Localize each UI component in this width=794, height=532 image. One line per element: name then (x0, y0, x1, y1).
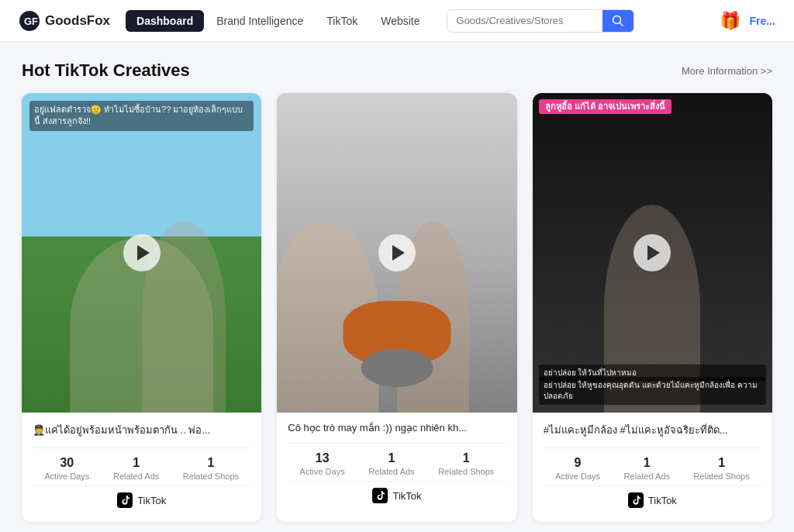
card-thumb-3: ลูกหูอื้อ แก้ได้ อาจเปนเพราะสิ่งนี้ อย่า… (533, 93, 772, 413)
play-button-2[interactable] (378, 234, 416, 271)
logo[interactable]: GF GoodsFox (19, 10, 110, 32)
play-button-3[interactable] (633, 234, 671, 271)
logo-icon: GF (19, 10, 40, 32)
card-body-1: 🧑‍✈️แค่ได้อยู่พร้อมหน้าพร้อมตากัน .. พ่อ… (22, 413, 261, 522)
thumb-pink-text-3: ลูกหูอื้อ แก้ได้ อาจเปนเพราะสิ่งนี้ (539, 99, 671, 114)
svg-line-3 (620, 22, 623, 26)
active-days-label-2: Active Days (300, 467, 345, 476)
related-ads-value-2: 1 (368, 451, 414, 465)
free-label[interactable]: Fre... (750, 15, 775, 27)
active-days-stat-1: 30 Active Days (44, 456, 89, 481)
thumb-bottom-text-3b: อย่าปล่อย ให้หูของคุณอุดตัน แตะด้วยไม้แค… (539, 377, 766, 405)
search-button[interactable] (602, 10, 633, 32)
play-button-1[interactable] (123, 234, 161, 271)
hot-tiktok-more-info[interactable]: More Information >> (682, 65, 772, 77)
related-shops-stat-1: 1 Related Shops (183, 456, 239, 481)
tiktok-card-2[interactable]: Cô học trò may mắn :)) ngạc nhiên kh... … (277, 93, 516, 522)
logo-text: GoodsFox (45, 13, 110, 29)
tiktok-icon-1 (117, 492, 133, 508)
tiktok-cards-grid: อยู่แฟลตตำรวจ🫡 ทำไมไม่ซื้อบ้าน?? มาอยู่ห… (22, 93, 772, 522)
card-title-1: 🧑‍✈️แค่ได้อยู่พร้อมหน้าพร้อมตากัน .. พ่อ… (33, 422, 250, 438)
tiktok-logo-2 (372, 488, 388, 503)
platform-name-1: TikTok (137, 495, 166, 506)
svg-rect-4 (117, 492, 133, 508)
related-ads-label-1: Related Ads (113, 472, 159, 481)
active-days-stat-3: 9 Active Days (555, 456, 600, 481)
search-input[interactable] (447, 10, 602, 31)
svg-text:GF: GF (24, 16, 38, 27)
related-shops-stat-3: 1 Related Shops (694, 456, 750, 481)
stats-row-2: 13 Active Days 1 Related Ads 1 Related S… (288, 443, 506, 481)
stats-row-1: 30 Active Days 1 Related Ads 1 Related S… (33, 447, 250, 485)
tiktok-card-3[interactable]: ลูกหูอื้อ แก้ได้ อาจเปนเพราะสิ่งนี้ อย่า… (533, 93, 772, 522)
related-ads-value-1: 1 (113, 456, 159, 470)
card-body-3: #ไม่แคะหูมีกล้อง #ไม่แคะหูอัจฉริยะที่ติด… (533, 413, 772, 522)
active-days-value-2: 13 (300, 451, 345, 465)
svg-rect-5 (372, 488, 388, 503)
tiktok-card-1[interactable]: อยู่แฟลตตำรวจ🫡 ทำไมไม่ซื้อบ้าน?? มาอยู่ห… (22, 93, 261, 522)
search-icon (612, 15, 624, 27)
related-ads-value-3: 1 (624, 456, 670, 470)
platform-row-2: TikTok (288, 481, 506, 511)
card-title-3: #ไม่แคะหูมีกล้อง #ไม่แคะหูอัจฉริยะที่ติด… (544, 422, 761, 438)
related-shops-value-2: 1 (438, 451, 494, 465)
svg-rect-6 (628, 492, 644, 508)
related-ads-label-3: Related Ads (624, 472, 670, 481)
platform-row-1: TikTok (33, 485, 250, 516)
related-ads-stat-3: 1 Related Ads (624, 456, 670, 481)
active-days-label-3: Active Days (555, 472, 600, 481)
gift-icon: 🎁 (720, 11, 740, 31)
nav-dashboard[interactable]: Dashboard (126, 10, 204, 32)
stats-row-3: 9 Active Days 1 Related Ads 1 Related Sh… (544, 447, 761, 485)
tiktok-logo-3 (628, 492, 644, 508)
related-ads-stat-1: 1 Related Ads (113, 456, 159, 481)
related-shops-label-3: Related Shops (694, 472, 750, 481)
tiktok-logo-1 (117, 492, 133, 508)
tiktok-icon-2 (372, 488, 388, 503)
nav-tiktok[interactable]: TikTok (316, 10, 368, 32)
hot-tiktok-title: Hot TikTok Creatives (22, 60, 190, 81)
main-content: Hot TikTok Creatives More Information >>… (0, 42, 794, 532)
related-ads-label-2: Related Ads (368, 467, 414, 476)
search-bar (447, 9, 634, 33)
card-body-2: Cô học trò may mắn :)) ngạc nhiên kh... … (277, 413, 516, 517)
active-days-value-1: 30 (44, 456, 89, 470)
card-thumb-1: อยู่แฟลตตำรวจ🫡 ทำไมไม่ซื้อบ้าน?? มาอยู่ห… (22, 93, 261, 413)
related-shops-label-2: Related Shops (438, 467, 494, 476)
card-title-2: Cô học trò may mắn :)) ngạc nhiên kh... (288, 422, 506, 434)
platform-name-2: TikTok (392, 490, 421, 502)
active-days-label-1: Active Days (44, 472, 89, 481)
thumb-text-1: อยู่แฟลตตำรวจ🫡 ทำไมไม่ซื้อบ้าน?? มาอยู่ห… (29, 101, 254, 131)
related-shops-stat-2: 1 Related Shops (438, 451, 494, 476)
platform-name-3: TikTok (648, 495, 677, 506)
related-shops-value-1: 1 (183, 456, 239, 470)
nav-links: Dashboard Brand Intelligence TikTok Webs… (126, 10, 430, 32)
deco-stand (361, 349, 433, 387)
tiktok-icon-3 (628, 492, 644, 508)
related-shops-label-1: Related Shops (183, 472, 239, 481)
related-ads-stat-2: 1 Related Ads (368, 451, 414, 476)
nav-right: 🎁 Fre... (720, 11, 775, 31)
nav-brand-intelligence[interactable]: Brand Intelligence (205, 10, 314, 32)
nav-website[interactable]: Website (370, 10, 430, 32)
card-thumb-2 (277, 93, 516, 413)
navbar: GF GoodsFox Dashboard Brand Intelligence… (0, 0, 794, 42)
related-shops-value-3: 1 (694, 456, 750, 470)
platform-row-3: TikTok (544, 485, 761, 516)
hot-tiktok-header: Hot TikTok Creatives More Information >> (22, 60, 772, 81)
active-days-stat-2: 13 Active Days (300, 451, 345, 476)
active-days-value-3: 9 (555, 456, 600, 470)
